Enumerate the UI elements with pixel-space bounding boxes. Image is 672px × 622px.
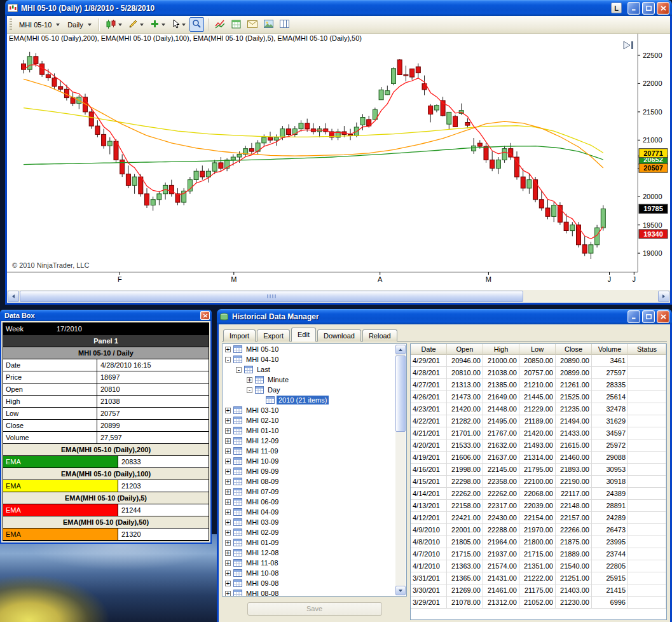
table-row[interactable]: 4/15/20122298.0022358.0022100.0022190.00… — [411, 476, 666, 488]
scroll-left-button[interactable] — [8, 291, 19, 302]
tree-item[interactable]: +MHI 10-09 — [223, 456, 395, 466]
table-row[interactable]: 4/27/20121313.0021385.0021210.0021261.00… — [411, 379, 666, 391]
column-header-date[interactable]: Date — [411, 344, 447, 355]
table-row[interactable]: 4/7/201021715.0021937.0021715.0021889.00… — [411, 548, 666, 560]
tree-item[interactable]: +MHI 01-10 — [223, 425, 395, 436]
hdm-maximize-button[interactable] — [642, 310, 655, 323]
tab-reload[interactable]: Reload — [362, 329, 397, 342]
tab-edit[interactable]: Edit — [291, 328, 316, 342]
tree-item[interactable]: -MHI 04-10 — [223, 354, 395, 364]
table-row[interactable]: 4/20/20121533.0021632.0021493.0021615.00… — [411, 439, 666, 452]
tree-scroll-down-button[interactable] — [395, 586, 406, 595]
collapse-icon[interactable]: - — [236, 367, 242, 373]
tree-item[interactable]: +MHI 10-08 — [223, 568, 395, 578]
data-box-button[interactable] — [229, 18, 243, 32]
table-row[interactable]: 3/29/20121078.0021312.0021052.0021230.00… — [411, 597, 666, 609]
table-row[interactable]: 4/19/20121606.0021637.0021314.0021460.00… — [411, 452, 666, 464]
tab-import[interactable]: Import — [223, 329, 256, 342]
expand-icon[interactable]: + — [225, 459, 231, 464]
email-button[interactable] — [245, 18, 260, 31]
save-button[interactable]: Save — [247, 602, 382, 616]
hdm-minimize-button[interactable] — [627, 310, 640, 323]
tree-item[interactable]: +MHI 11-09 — [223, 446, 395, 456]
expand-icon[interactable]: + — [225, 479, 231, 485]
table-row[interactable]: 4/16/20121998.0022145.0021795.0021893.00… — [411, 464, 666, 476]
data-box-close-button[interactable] — [200, 311, 210, 320]
chart-titlebar[interactable]: MHI 05-10 (Daily) 1/8/2010 - 5/28/2010 L — [5, 0, 672, 16]
tree-item[interactable]: 2010 (21 items) — [223, 395, 395, 405]
zoom-button[interactable] — [189, 17, 204, 32]
tab-export[interactable]: Export — [257, 329, 290, 342]
expand-icon[interactable]: + — [225, 489, 231, 495]
table-row[interactable]: 4/14/20122262.0022262.0022068.0022117.00… — [411, 488, 666, 500]
tree-item[interactable]: +MHI 02-10 — [223, 415, 395, 425]
tree-item[interactable]: +MHI 02-09 — [223, 527, 395, 537]
hdm-close-button[interactable] — [657, 310, 669, 323]
collapse-icon[interactable]: - — [247, 387, 252, 393]
toolbar-grip-handle[interactable] — [10, 18, 12, 31]
expand-icon[interactable]: + — [225, 499, 231, 505]
marker-tool-button[interactable] — [147, 17, 168, 32]
table-row[interactable]: 4/8/201021805.0021964.0021800.0021875.00… — [411, 536, 666, 548]
tree-item[interactable]: +MHI 01-09 — [223, 537, 395, 548]
table-row[interactable]: 4/9/201022001.0022288.0021970.0022266.00… — [411, 524, 666, 536]
price-chart[interactable]: 2250022000215002100020500200001950019000… — [7, 34, 670, 289]
expand-icon[interactable]: + — [225, 560, 231, 566]
scrollbar-track[interactable] — [20, 291, 657, 302]
column-header-volume[interactable]: Volume — [592, 344, 628, 355]
tree-item[interactable]: +MHI 05-10 — [223, 344, 395, 354]
instrument-selector[interactable]: MHI 05-10 — [16, 20, 63, 30]
tree-item[interactable]: +MHI 09-09 — [223, 466, 395, 476]
expand-icon[interactable]: + — [225, 520, 231, 525]
expand-icon[interactable]: + — [225, 591, 231, 597]
table-row[interactable]: 4/21/20121701.0021767.0021420.0021433.00… — [411, 427, 666, 439]
go-to-end-icon[interactable] — [622, 40, 634, 52]
column-header-low[interactable]: Low — [519, 344, 556, 355]
column-header-open[interactable]: Open — [447, 344, 483, 355]
tree-item[interactable]: -Day — [223, 385, 395, 395]
tree-scroll-up-button[interactable] — [395, 345, 406, 354]
tree-item[interactable]: +MHI 07-09 — [223, 487, 395, 497]
expand-icon[interactable]: + — [225, 530, 231, 536]
expand-icon[interactable]: + — [225, 418, 231, 424]
expand-icon[interactable]: + — [225, 509, 231, 515]
tree-item[interactable]: +MHI 12-09 — [223, 436, 395, 446]
column-header-close[interactable]: Close — [556, 344, 592, 355]
interval-selector[interactable]: Daily — [64, 20, 94, 30]
expand-icon[interactable]: + — [225, 469, 231, 474]
drawing-tools-button[interactable] — [126, 17, 146, 32]
tree-item[interactable]: +MHI 08-08 — [223, 588, 395, 596]
tree-item[interactable]: +Minute — [223, 375, 395, 385]
expand-icon[interactable]: + — [225, 540, 231, 546]
link-button[interactable]: L — [611, 3, 622, 13]
table-row[interactable]: 4/29/20120946.0021000.0020850.0020890.00… — [411, 355, 666, 367]
expand-icon[interactable]: + — [225, 570, 231, 576]
tree-scrollbar-thumb[interactable] — [395, 356, 406, 432]
tree-item[interactable]: -Last — [223, 364, 395, 375]
tree-item[interactable]: +MHI 09-08 — [223, 578, 395, 588]
table-row[interactable]: 4/28/20120810.0021038.0020757.0020899.00… — [411, 367, 666, 379]
table-row[interactable]: 4/22/20121282.0021495.0021189.0021494.00… — [411, 415, 666, 427]
bar-type-button[interactable] — [103, 17, 125, 32]
expand-icon[interactable]: + — [225, 550, 231, 556]
expand-icon[interactable]: + — [225, 408, 231, 413]
expand-icon[interactable]: + — [225, 581, 231, 586]
tree-item[interactable]: +MHI 03-09 — [223, 517, 395, 527]
table-row[interactable]: 4/12/20122421.0022430.0022154.0022157.00… — [411, 512, 666, 524]
table-row[interactable]: 4/13/20122158.0022317.0022039.0022148.00… — [411, 500, 666, 512]
tree-scrollbar[interactable] — [395, 345, 406, 595]
collapse-icon[interactable]: - — [225, 357, 231, 363]
expand-icon[interactable]: + — [225, 347, 231, 352]
scrollbar-thumb[interactable] — [20, 291, 523, 302]
tree-item[interactable]: +MHI 03-10 — [223, 405, 395, 415]
expand-icon[interactable]: + — [225, 438, 231, 444]
column-header-high[interactable]: High — [483, 344, 519, 355]
tree-item[interactable]: +MHI 04-09 — [223, 507, 395, 517]
table-row[interactable]: 4/26/20121473.0021649.0021445.0021525.00… — [411, 391, 666, 403]
expand-icon[interactable]: + — [247, 377, 252, 383]
indicators-button[interactable] — [212, 17, 228, 32]
tree-item[interactable]: +MHI 11-08 — [223, 558, 395, 568]
close-button[interactable] — [657, 2, 669, 15]
tree-item[interactable]: +MHI 12-08 — [223, 548, 395, 558]
column-header-status[interactable]: Status — [628, 344, 666, 355]
